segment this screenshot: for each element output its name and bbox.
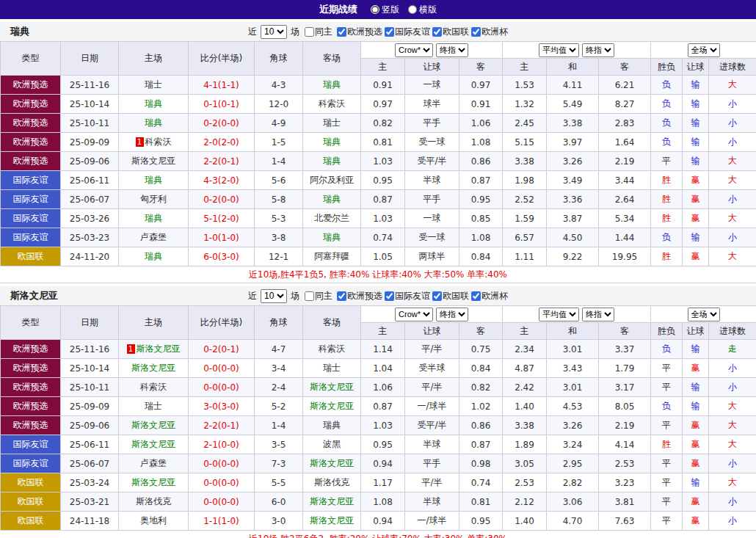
same-home-checkbox[interactable] xyxy=(305,291,314,301)
layout-option-horizontal[interactable]: 横版 xyxy=(408,4,437,16)
avg-home-odds: 2.34 xyxy=(503,340,547,359)
bookmaker-select[interactable]: Crow* xyxy=(395,43,433,57)
avg-away-odds: 8.27 xyxy=(599,95,651,114)
competition-filter[interactable]: 国际友谊 xyxy=(382,290,430,302)
bookmaker-stage-select[interactable]: 终指 xyxy=(436,308,468,321)
subcol-bookmaker-handicap: 让球 xyxy=(405,323,459,340)
match-date: 25-09-06 xyxy=(61,152,119,171)
crow-away-odds: 0.84 xyxy=(459,359,503,378)
home-team-label: 斯洛文尼亚 xyxy=(131,363,175,373)
home-team-label: 斯洛文尼亚 xyxy=(131,439,175,449)
competition-checkbox[interactable] xyxy=(432,291,442,301)
competition-type: 国际友谊 xyxy=(1,171,61,190)
col-header-away: 客场 xyxy=(303,306,361,340)
bookmaker-select[interactable]: Crow* xyxy=(395,308,433,321)
average-select[interactable]: 平均值 xyxy=(539,43,579,57)
corner-score: 12-0 xyxy=(255,95,303,114)
competition-type: 欧国联 xyxy=(1,247,61,266)
goals-result: 大 xyxy=(709,171,756,190)
goals-result: 走 xyxy=(709,340,756,359)
corner-score: 12-1 xyxy=(255,247,303,266)
fulltime-select[interactable]: 全场 xyxy=(688,308,720,321)
layout-option-vertical[interactable]: 竖版 xyxy=(371,4,399,16)
games-count-select[interactable]: 10 xyxy=(261,25,287,39)
filter-group: 近 10 场 同主 欧洲预选国际友谊欧国联欧洲杯 xyxy=(248,25,508,39)
same-home-checkbox[interactable] xyxy=(305,27,314,37)
match-row: 欧洲预选25-11-161斯洛文尼亚0-2(0-1)4-7科索沃1.14平/半0… xyxy=(1,340,756,359)
crow-away-odds: 1.06 xyxy=(459,114,503,133)
crow-handicap: 一球 xyxy=(405,76,459,95)
competition-filter[interactable]: 欧国联 xyxy=(430,290,469,302)
subcol-bookmaker-away: 客 xyxy=(459,59,503,76)
col-header-score: 比分(半场) xyxy=(189,42,255,76)
competition-checkbox[interactable] xyxy=(471,291,481,301)
match-score: 2-0(2-0) xyxy=(189,133,255,152)
corner-score: 4-7 xyxy=(255,340,303,359)
avg-home-odds: 3.38 xyxy=(503,152,547,171)
bookmaker-stage-select[interactable]: 终指 xyxy=(436,43,468,57)
crow-home-odds: 1.08 xyxy=(361,492,405,512)
horizontal-layout-radio[interactable] xyxy=(408,5,417,14)
away-team-cell: 斯洛文尼亚 xyxy=(303,397,361,416)
team-name: 瑞典 xyxy=(10,25,29,38)
competition-filter[interactable]: 欧国联 xyxy=(430,26,469,38)
crow-handicap: 一/球半 xyxy=(405,512,459,531)
competition-checkbox[interactable] xyxy=(471,27,481,37)
away-team-label: 北爱尔兰 xyxy=(314,213,349,223)
home-team-label: 瑞典 xyxy=(145,98,162,109)
match-row: 欧洲预选25-09-09瑞士3-0(3-0)5-2斯洛文尼亚0.87一/球半1.… xyxy=(1,397,756,416)
competition-filter[interactable]: 欧洲杯 xyxy=(469,290,508,302)
competition-checkbox[interactable] xyxy=(432,27,442,37)
goals-result: 大 xyxy=(709,152,756,171)
match-score: 0-2(0-0) xyxy=(189,114,255,133)
home-team-cell: 瑞典 xyxy=(119,209,189,228)
same-home-filter[interactable]: 同主 xyxy=(302,290,332,302)
section-header-bar: 瑞典 近 10 场 同主 欧洲预选国际友谊欧国联欧洲杯 xyxy=(0,22,756,41)
away-team-label: 瑞士 xyxy=(323,117,341,128)
crow-away-odds: 1.08 xyxy=(459,133,503,152)
average-select[interactable]: 平均值 xyxy=(539,308,579,321)
match-date: 25-06-07 xyxy=(61,454,119,473)
competition-checkbox[interactable] xyxy=(337,27,346,37)
competition-filter[interactable]: 欧洲预选 xyxy=(335,26,382,38)
avg-away-odds: 2.19 xyxy=(599,152,651,171)
competition-filter[interactable]: 国际友谊 xyxy=(382,26,430,38)
same-home-filter[interactable]: 同主 xyxy=(302,26,332,38)
competition-checkbox[interactable] xyxy=(385,291,394,301)
crow-home-odds: 1.03 xyxy=(361,152,405,171)
crow-away-odds: 0.74 xyxy=(459,473,503,492)
home-team-cell: 斯洛伐克 xyxy=(119,492,189,512)
home-team-label: 斯洛文尼亚 xyxy=(131,477,175,487)
home-team-label: 斯洛伐克 xyxy=(136,496,171,506)
handicap-result: 赢 xyxy=(683,171,709,190)
col-header-type: 类型 xyxy=(1,42,61,76)
avg-away-odds: 3.81 xyxy=(599,492,651,512)
section-header-bar: 斯洛文尼亚 近 10 场 同主 欧洲预选国际友谊欧国联欧洲杯 xyxy=(0,286,756,305)
vertical-layout-radio[interactable] xyxy=(371,5,379,14)
avg-home-odds: 1.89 xyxy=(503,435,547,454)
games-count-select[interactable]: 10 xyxy=(261,289,287,303)
home-team-cell: 瑞士 xyxy=(119,76,189,95)
competition-checkbox[interactable] xyxy=(385,27,394,37)
avg-draw-odds: 3.49 xyxy=(547,171,599,190)
match-date: 25-03-26 xyxy=(61,209,119,228)
competition-filter[interactable]: 欧洲杯 xyxy=(469,26,508,38)
home-team-label: 瑞典 xyxy=(145,251,162,261)
competition-filter[interactable]: 欧洲预选 xyxy=(335,290,382,302)
fulltime-select[interactable]: 全场 xyxy=(688,43,720,57)
average-stage-select[interactable]: 终指 xyxy=(582,43,614,57)
fulltime-result: 胜 xyxy=(651,247,683,266)
match-row: 欧洲预选25-09-091科索沃2-0(2-0)1-5瑞典0.81受一球1.08… xyxy=(1,133,756,152)
avg-home-odds: 1.40 xyxy=(503,512,547,531)
goals-result: 大 xyxy=(709,209,756,228)
home-team-label: 科索沃 xyxy=(140,382,167,392)
competition-type: 欧洲预选 xyxy=(1,359,61,378)
handicap-result: 输 xyxy=(683,133,709,152)
competition-checkbox[interactable] xyxy=(337,291,346,301)
average-stage-select[interactable]: 终指 xyxy=(582,308,614,321)
handicap-result: 输 xyxy=(683,397,709,416)
crow-handicap: 两球半 xyxy=(405,247,459,266)
home-team-cell: 卢森堡 xyxy=(119,454,189,473)
away-team-label: 瑞典 xyxy=(323,232,341,242)
crow-away-odds: 0.82 xyxy=(459,378,503,397)
